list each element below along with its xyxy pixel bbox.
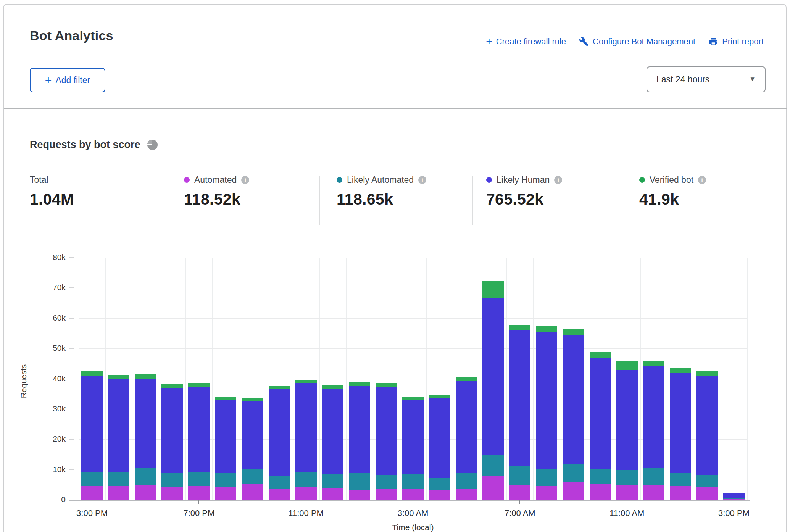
y-axis-tick (69, 409, 74, 409)
bar-segment-automated (349, 490, 370, 500)
bar-segment-verified-bot (349, 382, 370, 386)
x-axis-tick (734, 500, 734, 504)
legend-item-likely-human: Likely Human i 765.52k (486, 174, 562, 208)
bar-segment-verified-bot (696, 371, 718, 376)
y-axis-tick (69, 287, 74, 288)
bar-segment-likely-automated (161, 473, 183, 487)
legend-item-automated: Automated i 118.52k (184, 174, 249, 208)
bar-segment-likely-automated (643, 468, 664, 485)
time-range-value: Last 24 hours (656, 74, 709, 85)
bar-segment-likely-automated (322, 474, 343, 488)
likely-human-label: Likely Human (497, 175, 550, 185)
info-icon[interactable]: i (554, 176, 562, 184)
time-range-select[interactable]: Last 24 hours ▼ (647, 66, 766, 92)
bar-segment-likely-human (429, 398, 450, 478)
x-axis-tick-label: 3:00 PM (65, 508, 119, 518)
bar-segment-verified-bot (429, 395, 450, 399)
create-firewall-rule-link[interactable]: + Create firewall rule (486, 37, 566, 47)
bar-segment-likely-human (456, 381, 477, 473)
automated-label: Automated (194, 175, 237, 185)
bar-segment-likely-human (135, 379, 156, 468)
x-axis-tick (92, 500, 92, 504)
bar-segment-verified-bot (670, 368, 691, 373)
y-axis-tick-label: 0 (39, 495, 66, 504)
stat-total-value: 1.04M (30, 190, 74, 208)
y-axis-tick (69, 348, 74, 349)
x-axis-tick (519, 500, 520, 504)
bar-segment-automated (670, 486, 691, 500)
x-axis-tick (627, 500, 627, 504)
bar-segment-likely-human (402, 400, 424, 474)
info-icon[interactable]: i (241, 176, 249, 184)
header-divider (4, 108, 787, 109)
x-axis-tick-label: 7:00 PM (172, 508, 226, 518)
configure-bot-management-link[interactable]: Configure Bot Management (579, 37, 695, 47)
x-axis-tick-label: 11:00 AM (600, 508, 654, 518)
y-axis-tick (69, 257, 74, 258)
likely-automated-dot-icon (337, 177, 342, 183)
bot-analytics-card: Bot Analytics + Create firewall rule Con… (3, 4, 787, 532)
bar-segment-likely-automated (429, 478, 450, 490)
bar-segment-automated (643, 485, 664, 500)
header-actions: + Create firewall rule Configure Bot Man… (486, 37, 764, 47)
bar-segment-likely-automated (590, 469, 611, 484)
bar-segment-automated (456, 489, 477, 500)
bar-segment-automated (482, 476, 504, 500)
bar-segment-likely-automated (482, 455, 504, 476)
bar-segment-automated (590, 484, 611, 500)
automated-value: 118.52k (184, 190, 249, 208)
bar-segment-verified-bot (269, 386, 290, 389)
bar-segment-automated (536, 486, 557, 500)
bar-segment-automated (242, 484, 263, 500)
print-report-link[interactable]: Print report (708, 37, 764, 47)
y-axis-tick (69, 379, 74, 379)
bar-segment-likely-human (723, 493, 745, 498)
y-axis-tick-label: 20k (39, 434, 66, 443)
bar-segment-verified-bot (509, 325, 530, 330)
bar-segment-likely-human (590, 358, 611, 469)
print-report-label: Print report (722, 37, 764, 47)
bar-segment-automated (188, 486, 210, 500)
y-axis-tick-label: 40k (39, 374, 66, 383)
x-axis-tick-label: 11:00 PM (279, 508, 333, 518)
bar-segment-verified-bot (161, 384, 183, 388)
info-icon[interactable]: i (418, 176, 426, 184)
bar-segment-likely-human (161, 388, 183, 473)
bar-segment-likely-human (81, 376, 103, 472)
stat-total-label: Total (30, 175, 48, 185)
pie-chart-icon (147, 140, 158, 150)
bar-segment-likely-human (509, 330, 530, 466)
create-firewall-rule-label: Create firewall rule (496, 37, 566, 47)
bar-segment-likely-automated (402, 474, 424, 489)
bar-segment-verified-bot (402, 397, 424, 400)
x-axis-title: Time (local) (375, 523, 451, 532)
legend-item-verified-bot: Verified bot i 41.9k (639, 174, 706, 208)
bar-segment-verified-bot (590, 352, 611, 358)
bar-segment-verified-bot (295, 380, 317, 384)
bar-segment-likely-automated (81, 472, 103, 487)
section-title-text: Requests by bot score (30, 139, 140, 151)
printer-icon (708, 37, 718, 47)
bar-segment-likely-automated (108, 472, 129, 486)
bar-segment-verified-bot (81, 371, 103, 376)
bar-segment-likely-automated (456, 473, 477, 489)
bar-segment-likely-automated (349, 473, 370, 490)
bar-segment-likely-human (269, 389, 290, 476)
bar-segment-automated (295, 487, 317, 500)
bar-segment-likely-human (215, 400, 236, 473)
y-axis-tick-label: 80k (39, 253, 66, 262)
info-icon[interactable]: i (698, 176, 706, 184)
add-filter-button[interactable]: + Add filter (30, 68, 105, 92)
bar-segment-likely-human (376, 387, 397, 475)
plus-icon: + (45, 76, 52, 84)
bar-segment-automated (509, 485, 530, 500)
grid-line-horizontal (79, 288, 747, 288)
bar-segment-verified-bot (536, 326, 557, 332)
bar-segment-likely-automated (215, 473, 236, 487)
bar-segment-likely-human (188, 387, 210, 472)
bar-segment-automated (108, 486, 129, 500)
bar-segment-verified-bot (723, 493, 745, 493)
bar-segment-verified-bot (376, 383, 397, 387)
stat-separator (319, 176, 320, 225)
bar-segment-automated (376, 489, 397, 500)
